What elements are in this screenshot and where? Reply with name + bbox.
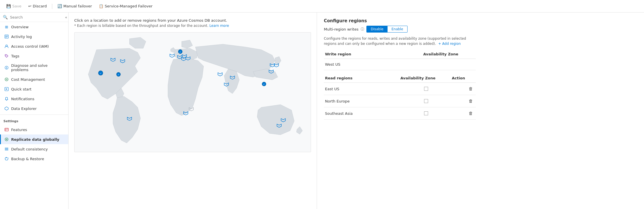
cost-icon (4, 77, 9, 82)
svg-text:✓: ✓ (179, 51, 181, 53)
save-button[interactable]: 💾 Save (3, 3, 24, 9)
sidebar-item-default-consistency[interactable]: Default consistency (0, 144, 68, 154)
discard-icon: ↩ (28, 4, 31, 8)
learn-more-link[interactable]: Learn more (209, 24, 229, 28)
svg-marker-35 (274, 64, 278, 67)
activity-icon (4, 34, 9, 39)
svg-rect-12 (5, 130, 6, 130)
read-regions-header: Read regions Availability Zone Action (324, 74, 476, 83)
availability-zone-checkbox[interactable] (424, 111, 428, 115)
table-row: Southeast Asia 🗑 (324, 107, 476, 120)
sidebar-item-label: Activity log (11, 35, 32, 39)
enable-toggle-button[interactable]: Enable (388, 26, 407, 32)
delete-region-button[interactable]: 🗑 (467, 98, 475, 104)
read-region-col-header: Read regions (325, 76, 400, 80)
action-col-header: Action (452, 76, 475, 80)
sidebar-item-label: Cost Management (11, 77, 45, 82)
table-row: North Europe 🗑 (324, 95, 476, 107)
info-icon[interactable]: ⓘ (361, 27, 364, 32)
sidebar-item-backup-restore[interactable]: Backup & Restore (0, 154, 68, 164)
sidebar-item-notifications[interactable]: Notifications (0, 94, 68, 104)
iam-icon (4, 44, 9, 49)
disable-toggle-button[interactable]: Disable (367, 26, 388, 32)
read-region-action: 🗑 (452, 98, 475, 104)
tag-icon (4, 54, 9, 58)
sidebar-item-diagnose[interactable]: Diagnose and solve problems (0, 61, 68, 75)
discard-button[interactable]: ↩ Discard (25, 3, 50, 9)
sidebar-item-overview[interactable]: ⊞ Overview (0, 22, 68, 32)
svg-text:✓: ✓ (100, 72, 101, 75)
sidebar-item-label: Notifications (11, 97, 34, 101)
sidebar-item-label: Features (11, 128, 27, 132)
sidebar-item-tags[interactable]: Tags (0, 51, 68, 61)
svg-text:✓: ✓ (118, 73, 119, 76)
add-region-link[interactable]: + Add region (438, 42, 461, 46)
read-region-name: North Europe (325, 99, 400, 103)
map-section: Click on a location to add or remove reg… (69, 13, 317, 209)
failover-icon: 🔄 (57, 4, 62, 8)
write-region-col-header: Write region (325, 52, 423, 56)
service-failover-icon: 📋 (99, 4, 103, 8)
config-section: Configure regions Multi-region writes ⓘ … (317, 13, 483, 209)
sidebar-item-label: Replicate data globally (11, 137, 59, 142)
sidebar: 🔍 « ⊞ Overview Activity log Access contr… (0, 13, 69, 209)
sidebar-item-label: Access control (IAM) (11, 44, 49, 49)
table-row: East US 🗑 (324, 83, 476, 95)
sidebar-item-label: Diagnose and solve problems (11, 63, 65, 72)
availability-zone-checkbox[interactable] (424, 99, 428, 103)
multi-region-row: Multi-region writes ⓘ Disable Enable (324, 26, 476, 33)
multi-region-label: Multi-region writes (324, 27, 358, 31)
grid-icon: ⊞ (4, 25, 9, 29)
read-region-az-checkbox[interactable] (400, 111, 452, 115)
search-container: 🔍 « (0, 13, 68, 22)
delete-region-button[interactable]: 🗑 (467, 86, 475, 92)
map-note: * Each region is billable based on the t… (74, 24, 311, 28)
svg-point-5 (6, 55, 6, 56)
service-managed-failover-button[interactable]: 📋 Service-Managed Failover (96, 3, 155, 9)
consistency-icon (4, 147, 9, 151)
read-region-az-checkbox[interactable] (400, 87, 452, 91)
sidebar-item-label: Quick start (11, 87, 31, 91)
sidebar-item-iam[interactable]: Access control (IAM) (0, 41, 68, 51)
read-region-action: 🗑 (452, 86, 475, 92)
toolbar: 💾 Save ↩ Discard 🔄 Manual failover 📋 Ser… (0, 0, 644, 13)
data-explorer-icon (4, 106, 9, 111)
read-region-action: 🗑 (452, 110, 475, 116)
search-icon: 🔍 (3, 15, 8, 19)
manual-failover-button[interactable]: 🔄 Manual failover (55, 3, 95, 9)
sidebar-item-cost-management[interactable]: Cost Management (0, 75, 68, 84)
write-region-row: West US (324, 59, 476, 70)
collapse-sidebar-button[interactable]: « (65, 15, 67, 19)
sidebar-item-quick-start[interactable]: Quick start (0, 84, 68, 94)
svg-text:✓: ✓ (263, 83, 265, 86)
content-area: Click on a location to add or remove reg… (69, 13, 644, 209)
write-region-az (423, 62, 475, 67)
sidebar-item-activity-log[interactable]: Activity log (0, 32, 68, 41)
delete-region-button[interactable]: 🗑 (467, 110, 475, 116)
world-map[interactable]: ✓ ✓ ✓ ✓ (74, 32, 311, 152)
read-region-name: East US (325, 87, 400, 91)
multi-region-toggle: Disable Enable (366, 26, 407, 33)
settings-section-label: Settings (0, 116, 68, 125)
sidebar-item-label: Overview (11, 25, 29, 29)
replicate-icon (4, 137, 9, 142)
read-region-az-checkbox[interactable] (400, 99, 452, 103)
diagnose-icon (4, 65, 9, 70)
svg-point-14 (6, 138, 7, 140)
sidebar-item-replicate-data[interactable]: Replicate data globally (0, 134, 68, 144)
availability-zone-checkbox[interactable] (424, 87, 428, 91)
notifications-icon (4, 97, 9, 101)
sidebar-item-label: Backup & Restore (11, 157, 44, 161)
search-input[interactable] (10, 15, 65, 19)
svg-point-8 (6, 79, 7, 80)
map-description: Click on a location to add or remove reg… (74, 18, 311, 23)
svg-marker-39 (218, 73, 222, 76)
sidebar-item-data-explorer[interactable]: Data Explorer (0, 104, 68, 113)
sidebar-item-label: Default consistency (11, 147, 48, 151)
backup-icon (4, 156, 9, 161)
sidebar-item-label: Tags (11, 54, 19, 58)
sidebar-item-label: Data Explorer (11, 106, 37, 111)
sidebar-item-features[interactable]: Features (0, 125, 68, 134)
availability-zone-col-header: Availability Zone (423, 52, 475, 56)
svg-marker-29 (170, 54, 174, 57)
